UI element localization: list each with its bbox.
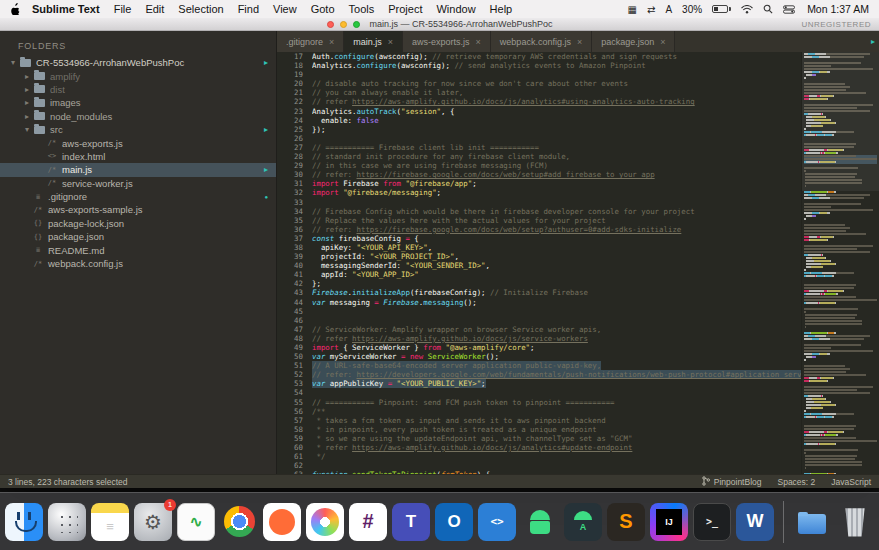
code-line[interactable]: // refer: https://firebase.google.com/do… [312, 170, 801, 179]
disclosure-closed-icon[interactable]: ▸ [22, 112, 32, 121]
dock-photos-icon[interactable] [306, 503, 344, 541]
sidebar-item-images[interactable]: ▸images [0, 96, 276, 109]
code-line[interactable]: /** [312, 407, 801, 416]
dock-teams-icon[interactable]: T [392, 503, 430, 541]
code-line[interactable]: // in this case we are using firebase me… [312, 161, 801, 170]
sync-icon[interactable]: ⇄ [647, 4, 655, 15]
code-line[interactable]: // standard init procedure for any fireb… [312, 152, 801, 161]
minimize-button[interactable] [340, 21, 347, 28]
menubar-clock[interactable]: Mon 1:37 AM [807, 3, 869, 15]
code-line[interactable]: Analytics.configure(awsconfig); // send … [312, 61, 801, 70]
code-area[interactable]: Auth.configure(awsconfig); // retrieve t… [312, 52, 801, 474]
code-line[interactable] [312, 198, 801, 207]
close-icon[interactable]: × [660, 37, 665, 47]
code-line[interactable]: * refer https://aws-amplify.github.io/do… [312, 443, 801, 452]
vcs-branch[interactable]: PinpointBlog [702, 476, 762, 488]
code-line[interactable]: // Firebase Config which would be there … [312, 207, 801, 216]
disclosure-open-icon[interactable]: ▾ [22, 125, 32, 134]
menu-file[interactable]: File [114, 3, 132, 15]
code-line[interactable]: // disable auto tracking for now since w… [312, 79, 801, 88]
code-line[interactable]: // ServiceWorker: Amplify wrapper on bro… [312, 325, 801, 334]
close-button[interactable] [327, 21, 334, 28]
tab-webpack-config-js[interactable]: webpack.config.js× [491, 31, 592, 52]
sidebar-item-webpack-config-js[interactable]: /*webpack.config.js [0, 257, 276, 270]
code-line[interactable]: // A URL-safe-base64-encoded server appl… [312, 361, 801, 370]
sidebar-item-aws-exports-js[interactable]: /*aws-exports.js [0, 136, 276, 149]
sidebar-item-gitignore[interactable]: ≣.gitignore● [0, 190, 276, 203]
sidebar-item-src[interactable]: ▾src▸ [0, 123, 276, 136]
tab-aws-exports-js[interactable]: aws-exports.js× [403, 31, 491, 52]
sidebar-item-index-html[interactable]: <>index.html [0, 150, 276, 163]
control-center-icon[interactable] [783, 5, 795, 14]
code-line[interactable]: // =========== Pinpoint: send FCM push t… [312, 398, 801, 407]
code-line[interactable]: */ [312, 452, 801, 461]
disclosure-closed-icon[interactable]: ▸ [22, 98, 32, 107]
dock-intellij-idea-icon[interactable]: IJ [650, 503, 688, 541]
sidebar-item-node-modules[interactable]: ▸node_modules [0, 110, 276, 123]
dock-word-icon[interactable]: W [736, 503, 774, 541]
menu-edit[interactable]: Edit [145, 3, 164, 15]
code-line[interactable]: Auth.configure(awsconfig); // retrieve t… [312, 52, 801, 61]
dock-slack-icon[interactable]: # [349, 503, 387, 541]
code-line[interactable]: // refer https://aws-amplify.github.io/d… [312, 97, 801, 106]
code-line[interactable]: projectId: "<YOUR_PROJECT_ID>", [312, 252, 801, 261]
sidebar-item-aws-exports-sample-js[interactable]: /*aws-exports-sample.js [0, 203, 276, 216]
dock-activity-monitor-icon[interactable]: ∿ [177, 503, 215, 541]
dock-trash-icon[interactable] [836, 503, 874, 541]
menu-window[interactable]: Window [436, 3, 475, 15]
menu-selection[interactable]: Selection [178, 3, 223, 15]
code-line[interactable]: import { ServiceWorker } from "@aws-ampl… [312, 343, 801, 352]
menu-find[interactable]: Find [238, 3, 259, 15]
sidebar-item-amplify[interactable]: ▸amplify [0, 69, 276, 82]
sidebar-item-readme-md[interactable]: ≣README.md [0, 243, 276, 256]
dock-launchpad-icon[interactable] [48, 503, 86, 541]
sidebar-item-dist[interactable]: ▸dist [0, 83, 276, 96]
code-line[interactable]: // refer: https://developers.google.com/… [312, 370, 801, 379]
dock-downloads-folder-icon[interactable] [793, 503, 831, 541]
code-line[interactable] [312, 316, 801, 325]
code-line[interactable]: apiKey: "<YOUR_API_KEY>", [312, 243, 801, 252]
code-line[interactable]: // you can always enable it later, [312, 88, 801, 97]
dock-android-studio-icon[interactable]: A [564, 503, 602, 541]
code-line[interactable]: var myServiceWorker = new ServiceWorker(… [312, 352, 801, 361]
code-line[interactable]: * takes a fcm token as input and sends i… [312, 416, 801, 425]
dock-chrome-icon[interactable] [220, 503, 258, 541]
dock-finder-icon[interactable] [5, 503, 43, 541]
dock-vscode-icon[interactable]: <> [478, 503, 516, 541]
code-line[interactable]: }; [312, 279, 801, 288]
tab-overflow-icon[interactable]: ▸ [871, 37, 875, 46]
wifi-icon[interactable] [741, 5, 753, 14]
code-line[interactable]: Analytics.autoTrack("session", { [312, 107, 801, 116]
dock-outlook-icon[interactable]: O [435, 503, 473, 541]
sidebar-item-main-js[interactable]: /*main.js▸ [0, 163, 276, 176]
code-line[interactable] [312, 461, 801, 470]
code-line[interactable]: Firebase.initializeApp(firebaseConfig); … [312, 288, 801, 297]
code-line[interactable]: enable: false [312, 116, 801, 125]
dock-sublime-text-icon[interactable]: S [607, 503, 645, 541]
display-icon[interactable]: ▦ [628, 4, 637, 15]
dock-system-preferences-icon[interactable]: ⚙1 [134, 503, 172, 541]
code-line[interactable]: var appPublicKey = "<YOUR_PUBLIC_KEY>"; [312, 379, 801, 388]
code-line[interactable] [312, 388, 801, 397]
close-icon[interactable]: × [476, 37, 481, 47]
dock-postman-icon[interactable] [263, 503, 301, 541]
code-line[interactable]: }); [312, 125, 801, 134]
sidebar-item-service-worker-js[interactable]: /*service-worker.js [0, 177, 276, 190]
syntax-status[interactable]: JavaScript [831, 477, 871, 487]
tab-main-js[interactable]: main.js× [344, 31, 403, 52]
code-line[interactable]: * so we are using the updateEndpoint api… [312, 434, 801, 443]
spotlight-icon[interactable] [763, 4, 773, 14]
menu-tools[interactable]: Tools [349, 3, 375, 15]
code-line[interactable] [312, 134, 801, 143]
battery-icon[interactable] [712, 5, 731, 13]
code-line[interactable]: messagingSenderId: "<YOUR_SENDER_ID>", [312, 261, 801, 270]
apple-menu[interactable] [10, 3, 20, 15]
input-source-icon[interactable]: A [665, 4, 672, 15]
editor[interactable]: 1718192021222324252627282930313233343536… [277, 52, 879, 474]
tab-gitignore[interactable]: .gitignore× [277, 31, 344, 52]
tab-package-json[interactable]: package.json× [592, 31, 675, 52]
code-line[interactable]: function sendTokenToPinpoint(fcmToken) { [312, 470, 801, 474]
title-bar[interactable]: main.js — CR-5534966-ArrohanWebPushPoc U… [0, 18, 879, 31]
zoom-button[interactable] [353, 21, 360, 28]
disclosure-closed-icon[interactable]: ▸ [22, 85, 32, 94]
